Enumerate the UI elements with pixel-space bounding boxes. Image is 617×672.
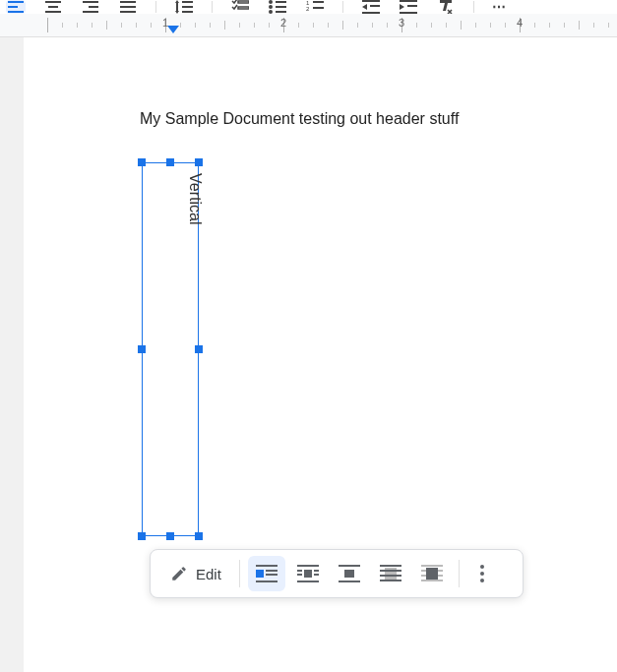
svg-rect-7 bbox=[266, 570, 278, 572]
align-left-icon[interactable] bbox=[6, 0, 26, 14]
toolbar-divider bbox=[212, 1, 213, 13]
svg-rect-15 bbox=[314, 574, 319, 576]
ruler-label: 2 bbox=[280, 17, 286, 29]
align-center-icon[interactable] bbox=[43, 0, 63, 14]
document-canvas: My Sample Document testing out header st… bbox=[0, 37, 617, 672]
resize-handle-middle-left[interactable] bbox=[138, 345, 146, 353]
ruler-tick bbox=[328, 23, 329, 28]
toolbar-divider bbox=[155, 1, 156, 13]
ruler-tick bbox=[210, 23, 211, 28]
ruler-tick bbox=[387, 23, 388, 28]
svg-rect-21 bbox=[380, 565, 401, 567]
ruler-tick bbox=[195, 23, 196, 28]
svg-rect-29 bbox=[426, 568, 438, 580]
wrap-behind-text-icon bbox=[380, 565, 401, 582]
svg-rect-20 bbox=[385, 568, 397, 580]
wrap-text-icon bbox=[297, 565, 319, 582]
ruler-tick bbox=[549, 23, 550, 28]
ruler-tick bbox=[608, 23, 609, 28]
wrap-behind-text-button[interactable] bbox=[372, 556, 409, 591]
more-options-button[interactable] bbox=[467, 565, 497, 582]
svg-rect-9 bbox=[256, 580, 278, 582]
svg-point-0 bbox=[269, 0, 273, 4]
ruler-tick bbox=[121, 23, 122, 28]
wrap-in-front-of-text-icon bbox=[421, 565, 443, 582]
bulleted-list-icon[interactable] bbox=[268, 0, 287, 14]
svg-rect-8 bbox=[266, 574, 278, 576]
context-toolbar-divider bbox=[239, 560, 240, 587]
ruler-tick bbox=[239, 23, 240, 28]
more-vert-icon bbox=[480, 565, 484, 582]
align-right-icon[interactable] bbox=[81, 0, 100, 14]
svg-rect-10 bbox=[297, 565, 319, 567]
svg-rect-14 bbox=[297, 574, 302, 576]
wrap-inline-icon bbox=[256, 565, 278, 582]
ruler-tick bbox=[47, 18, 48, 32]
ruler-label: 3 bbox=[399, 17, 404, 29]
selected-textbox[interactable]: Vertical bbox=[142, 162, 199, 536]
wrap-break-text-button[interactable] bbox=[331, 556, 368, 591]
ruler-tick bbox=[342, 21, 343, 30]
svg-rect-24 bbox=[380, 580, 401, 581]
edit-button[interactable]: Edit bbox=[160, 556, 231, 591]
resize-handle-top-center[interactable] bbox=[166, 158, 174, 166]
ruler-tick bbox=[431, 23, 432, 28]
svg-rect-12 bbox=[297, 570, 302, 572]
toolbar-divider bbox=[342, 1, 343, 13]
page[interactable]: My Sample Document testing out header st… bbox=[24, 37, 617, 672]
toolbar-divider bbox=[473, 1, 474, 13]
wrap-in-front-of-text-button[interactable] bbox=[413, 556, 451, 591]
ruler-inner: 1234 bbox=[24, 14, 617, 36]
svg-rect-11 bbox=[304, 570, 312, 578]
svg-text:2: 2 bbox=[306, 6, 310, 12]
svg-rect-22 bbox=[380, 570, 401, 572]
wrap-text-button[interactable] bbox=[289, 556, 327, 591]
resize-handle-top-left[interactable] bbox=[138, 158, 146, 166]
ruler-tick bbox=[224, 21, 225, 30]
ruler-tick bbox=[579, 21, 580, 30]
resize-handle-bottom-right[interactable] bbox=[195, 532, 203, 540]
ruler-tick bbox=[269, 23, 270, 28]
wrap-break-text-icon bbox=[339, 565, 360, 582]
image-options-toolbar: Edit bbox=[150, 549, 524, 598]
resize-handle-middle-right[interactable] bbox=[195, 345, 203, 353]
textbox-content: Vertical bbox=[186, 173, 204, 224]
ruler-tick bbox=[136, 23, 137, 28]
toolbar-more-icon[interactable]: ⋯ bbox=[492, 0, 507, 14]
wrap-inline-button[interactable] bbox=[248, 556, 285, 591]
ruler-tick bbox=[313, 23, 314, 28]
line-spacing-icon[interactable] bbox=[174, 0, 194, 14]
svg-rect-17 bbox=[339, 565, 360, 567]
svg-rect-16 bbox=[297, 580, 319, 582]
svg-rect-25 bbox=[421, 565, 443, 567]
ruler-tick bbox=[461, 21, 462, 30]
ruler-tick bbox=[446, 23, 447, 28]
ruler-tick bbox=[180, 23, 181, 28]
resize-handle-bottom-left[interactable] bbox=[138, 532, 146, 540]
formatting-toolbar: 12 ⋯ bbox=[0, 0, 617, 14]
align-justify-icon[interactable] bbox=[118, 0, 138, 14]
horizontal-ruler[interactable]: 1234 bbox=[0, 14, 617, 37]
edit-button-label: Edit bbox=[196, 566, 221, 582]
ruler-tick bbox=[416, 23, 417, 28]
resize-handle-top-right[interactable] bbox=[195, 158, 203, 166]
ruler-tick bbox=[564, 23, 565, 28]
increase-indent-icon[interactable] bbox=[399, 0, 418, 14]
document-body-text[interactable]: My Sample Document testing out header st… bbox=[140, 110, 459, 128]
numbered-list-icon[interactable]: 12 bbox=[305, 0, 325, 14]
decrease-indent-icon[interactable] bbox=[361, 0, 381, 14]
ruler-tick bbox=[151, 23, 152, 28]
svg-rect-18 bbox=[344, 570, 354, 578]
checklist-icon[interactable] bbox=[230, 0, 250, 14]
context-toolbar-divider bbox=[459, 560, 460, 587]
first-line-indent-marker[interactable] bbox=[167, 26, 179, 33]
svg-rect-13 bbox=[314, 570, 319, 572]
resize-handle-bottom-center[interactable] bbox=[166, 532, 174, 540]
svg-rect-6 bbox=[256, 570, 264, 578]
clear-formatting-icon[interactable] bbox=[436, 0, 456, 14]
ruler-tick bbox=[92, 23, 93, 28]
svg-rect-23 bbox=[380, 575, 401, 577]
ruler-tick bbox=[357, 23, 358, 28]
ruler-tick bbox=[593, 23, 594, 28]
svg-rect-5 bbox=[256, 565, 278, 567]
